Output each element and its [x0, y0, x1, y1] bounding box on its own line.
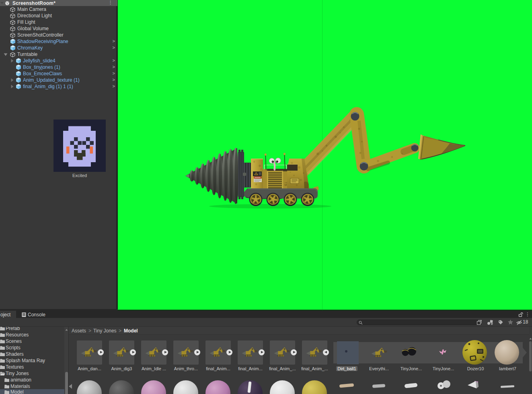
svg-text:7,5: 7,5 [284, 182, 287, 186]
